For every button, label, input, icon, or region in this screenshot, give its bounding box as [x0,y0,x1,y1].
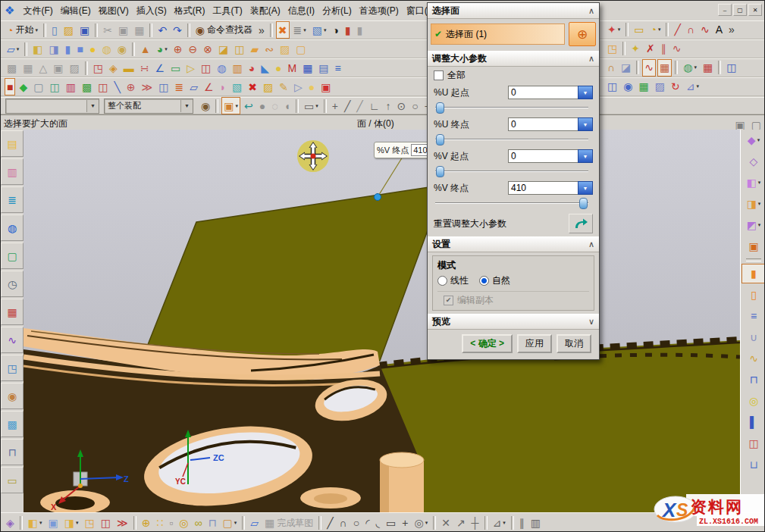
snap-rotate-button[interactable]: ◌ [269,97,280,114]
web-page-tab[interactable]: ▢ [1,243,24,269]
sketch-circle-button[interactable]: ○ [351,515,362,532]
v-start-slider[interactable] [435,165,588,177]
v-end-value[interactable]: 410 [508,181,578,195]
constraint-navigator-tab[interactable]: ▥ [1,158,24,185]
assembly-button[interactable]: ◧▾ [26,515,45,532]
snap-midpoint-button[interactable]: ╱ [354,97,365,114]
snap-endpoint-button[interactable]: ╱ [342,97,353,114]
restore-button[interactable]: ▢ [733,4,747,16]
suppress-button[interactable]: ◫ [47,78,61,95]
datum-axis-button[interactable]: ◨ [47,40,61,58]
component-array-button[interactable]: ∷ [154,515,165,532]
parallel-curves-button[interactable]: ≫ [140,78,155,95]
studio-surface-button[interactable]: ◍▾ [681,59,699,77]
boundary-button[interactable]: ▩ [5,59,19,77]
project-curve-button[interactable]: ∥ [659,40,669,58]
collapse-icon[interactable]: ∧ [588,6,594,16]
hand-button[interactable]: ◖ [282,97,293,114]
close-part-button[interactable]: ✖ [276,21,290,39]
v-start-input[interactable]: 0 ▼ [508,149,593,163]
assembly-navigator-tab[interactable]: ▤ [1,130,24,157]
brush-button[interactable]: ✎ [277,78,290,95]
flow-path-button[interactable]: ∿ [741,349,765,368]
type-filter-dropdown-icon[interactable]: ▼ [86,100,99,112]
u-end-slider[interactable] [435,133,588,145]
mode-natural-radio[interactable]: 自然 [479,274,510,287]
sketch-rect-button[interactable]: ▭ [384,515,398,532]
collapse-icon[interactable]: ∧ [588,239,594,249]
start-menu-button[interactable]: ◔开始▾ [5,21,40,39]
bridge-curve-button[interactable]: ∿ [670,40,684,58]
preview-group-header[interactable]: 预览 ∨ [428,314,599,330]
selection-head-button[interactable]: ◉ [199,97,212,114]
save-button[interactable]: ▣ [77,21,92,39]
through-curves-button[interactable]: ∿ [642,59,656,77]
dropdown-arrow-icon[interactable]: ▾ [35,27,38,33]
calculator-button[interactable]: ▦ [300,59,315,77]
minimize-button[interactable]: – [718,4,732,16]
quick-extend-button[interactable]: ↗ [454,515,468,532]
slider-thumb[interactable] [436,134,444,146]
snap-center-button[interactable]: ⊙ [395,97,409,114]
dropdown-arrow-icon[interactable]: ▾ [425,520,428,526]
shell-face-button[interactable]: ◳ [605,40,619,58]
revolve-button[interactable]: ◕▾ [155,40,170,58]
list-button[interactable]: ∺ [138,59,152,77]
u-start-slider[interactable] [435,102,588,113]
sketch-env-button[interactable]: ▱ [248,515,261,532]
shrinkage-button[interactable]: ◧▾ [741,173,765,192]
menu-item[interactable]: 编辑(E) [57,2,95,20]
select-face-group-header[interactable]: 选择面 ∧ [428,3,599,19]
scale-button[interactable]: ⊿▾ [684,78,701,95]
slider-thumb[interactable] [436,102,444,114]
patch-button[interactable]: ▰ [248,40,261,58]
sphere-button[interactable]: ● [87,40,98,58]
clay-button[interactable]: ● [273,59,284,77]
copy-face-button[interactable]: ▣ [51,59,65,77]
n-sided-surface-button[interactable]: ▦ [701,59,715,77]
standard-parts-button[interactable]: ⊓ [741,370,765,390]
menu-item[interactable]: 插入(S) [133,2,171,20]
mold-tools-button[interactable]: ▣ [741,236,765,256]
expand-icon[interactable]: ∨ [588,317,594,327]
cancel-button[interactable]: 取消 [557,334,591,353]
pattern-feature-button[interactable]: ◆ [17,78,30,95]
through-curve-mesh-button[interactable]: ▦ [657,59,672,77]
rotate-button[interactable]: ↻ [669,78,682,95]
split-body-button[interactable]: ◫ [232,40,246,58]
mold-csys-button[interactable]: ◇ [741,152,765,171]
face-analysis-button[interactable]: ◍ [215,59,228,77]
vector-button[interactable]: ∠ [152,59,167,77]
back-arrow-button[interactable]: ↩ [242,97,256,114]
ok-button[interactable]: < 确定 > [462,334,513,353]
dropdown-arrow-icon[interactable]: ▾ [618,27,621,33]
graphics-window[interactable]: Z X ZC YC [24,130,740,512]
boss-button[interactable]: ◉ [115,40,129,58]
text-button[interactable]: A [713,21,725,39]
parting-surface-button[interactable]: ∪ [741,327,765,347]
copy-button[interactable]: ▣ [116,21,130,39]
snap-up-button[interactable]: ↑ [384,97,393,114]
diag-line-button[interactable]: ╲ [111,78,122,95]
selection-scope-combo[interactable]: 整个装配 ▼ [104,99,193,114]
mm-button[interactable]: ▥ [64,78,78,95]
dropdown-arrow-icon[interactable]: ▾ [694,64,697,70]
wcs-orient-button[interactable]: ◎ [177,515,190,532]
sew-button[interactable]: ∾ [262,40,276,58]
all-checkbox[interactable]: 全部 [428,67,599,83]
selection-scope-dropdown-icon[interactable]: ▼ [180,100,193,112]
stage-tab[interactable]: ⊓ [1,439,24,465]
datum-display-button[interactable]: ✦▾ [605,21,622,39]
gallery-tab[interactable]: ▩ [1,411,24,437]
quick-trim-button[interactable]: ✕ [439,515,453,532]
report-button[interactable]: ▥ [230,59,245,77]
select-filter-button[interactable]: ▣▾ [221,97,240,114]
color-grid-button[interactable]: ▩ [80,78,94,95]
studio-spline-button[interactable]: ∿ [698,21,712,39]
reset-button[interactable] [569,214,593,233]
cavity-layout-button[interactable]: ◩▾ [741,215,765,235]
resize-params-group-header[interactable]: 调整大小参数 ∧ [428,51,599,67]
u-start-input[interactable]: 0 ▼ [508,86,593,99]
visualization-tab[interactable]: ∿ [1,327,24,353]
delete-button[interactable]: ✖ [246,78,259,95]
